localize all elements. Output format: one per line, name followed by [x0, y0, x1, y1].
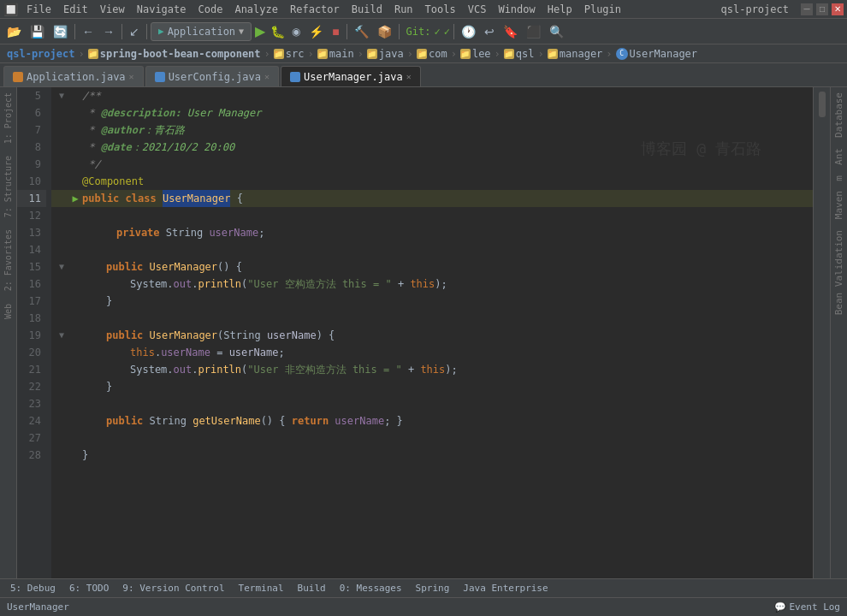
breadcrumb-project[interactable]: qsl-project	[7, 48, 74, 60]
toolbar-cursor-btn[interactable]: ↙	[126, 21, 143, 42]
run-config-selector[interactable]: ▶ Application ▼	[151, 22, 252, 41]
toolbar-back-btn[interactable]: ←	[79, 21, 98, 42]
bottom-tab-build[interactable]: Build	[291, 581, 333, 595]
tab-close-usermanager[interactable]: ✕	[406, 72, 412, 81]
menu-build[interactable]: Build	[346, 2, 388, 17]
menu-plugin[interactable]: Plugin	[579, 2, 626, 17]
code-line-11: ▶ public class UserManager {	[51, 190, 813, 207]
breadcrumb-src[interactable]: src	[286, 48, 305, 60]
code-line-12	[51, 207, 813, 224]
code-line-10: @Component	[51, 173, 813, 190]
breadcrumb-com[interactable]: com	[429, 48, 447, 60]
line-num-15: 15	[17, 258, 46, 275]
run-config-dropdown[interactable]: ▼	[239, 27, 244, 36]
breadcrumb-usermanager[interactable]: UserManager	[630, 48, 697, 60]
menu-help[interactable]: Help	[542, 2, 578, 17]
bottom-tabs: 5: Debug 6: TODO 9: Version Control Term…	[0, 579, 847, 598]
toolbar-forward-btn[interactable]: →	[99, 21, 118, 42]
fold-btn-5[interactable]: ▼	[55, 89, 68, 103]
separator-5	[399, 24, 400, 39]
toolbar-open-btn[interactable]: 📂	[3, 21, 25, 42]
code-line-16: System. out . println ( "User 空构造方法 this…	[51, 275, 813, 293]
toolbar-build1[interactable]: 🔨	[351, 21, 372, 42]
tab-close-userconfig[interactable]: ✕	[264, 72, 270, 81]
sidebar-tab-structure[interactable]: 7: Structure	[2, 151, 15, 222]
right-tab-beanvalidation[interactable]: Bean Validation	[833, 225, 844, 320]
breadcrumb-main[interactable]: main	[329, 48, 354, 60]
code-this-21: this	[420, 361, 445, 378]
code-constructor2-name: UserManager	[150, 327, 217, 344]
sidebar-tab-project[interactable]: 1: Project	[2, 87, 15, 149]
fold-btn-19[interactable]: ▼	[55, 329, 68, 342]
status-event-log[interactable]: 💬 Event Log	[774, 601, 840, 613]
breadcrumb-lee[interactable]: lee	[472, 48, 491, 60]
fold-btn-15[interactable]: ▼	[55, 260, 68, 274]
project-name: qsl-project	[721, 3, 796, 15]
right-tab-database[interactable]: Database	[833, 87, 844, 143]
menu-file[interactable]: File	[21, 2, 56, 17]
right-tab-maven[interactable]: Maven	[833, 186, 844, 224]
code-author-val: ：青石路	[144, 121, 185, 139]
run-button[interactable]: ▶	[253, 23, 267, 39]
sep-9: ›	[606, 48, 612, 60]
menu-window[interactable]: Window	[493, 2, 540, 17]
toolbar-undo[interactable]: ↩	[481, 21, 498, 42]
debug-button[interactable]: 🐛	[269, 25, 287, 38]
menu-refactor[interactable]: Refactor	[285, 2, 345, 17]
right-tab-ant[interactable]: Ant	[833, 143, 844, 170]
bottom-tab-vcs[interactable]: 9: Version Control	[116, 581, 231, 595]
profile-btn[interactable]: ⚡	[305, 21, 327, 42]
code-paren-open-19: (	[217, 327, 223, 344]
coverage-btn[interactable]: ◉	[288, 21, 304, 42]
tab-usermanager[interactable]: UserManager.java ✕	[281, 66, 421, 86]
minimize-button[interactable]: ─	[801, 3, 813, 15]
code-line-9: ▼ */	[51, 156, 813, 173]
toolbar-build2[interactable]: 📦	[374, 21, 395, 42]
code-getusername: getUserName	[192, 412, 260, 429]
tab-label-application: Application.java	[27, 71, 126, 83]
toolbar-save-btn[interactable]: 💾	[27, 21, 48, 42]
breadcrumb-qsl[interactable]: qsl	[516, 48, 535, 60]
code-param-19: userName	[267, 327, 317, 344]
breadcrumb-module[interactable]: spring-boot-bean-component	[100, 48, 261, 60]
bottom-tab-debug[interactable]: 5: Debug	[3, 581, 62, 595]
menu-tools[interactable]: Tools	[420, 2, 461, 17]
bottom-tab-todo[interactable]: 6: TODO	[62, 581, 116, 595]
toolbar-bookmark[interactable]: 🔖	[500, 21, 521, 42]
bottom-tab-spring[interactable]: Spring	[409, 581, 457, 595]
sidebar-tab-web[interactable]: Web	[2, 299, 15, 324]
menu-vcs[interactable]: VCS	[463, 2, 492, 17]
toolbar-history[interactable]: 🕐	[458, 21, 479, 42]
breadcrumb-manager[interactable]: manager	[560, 48, 603, 60]
line-num-22: 22	[17, 378, 46, 395]
line-num-18: 18	[17, 310, 46, 327]
git-label: Git:	[406, 26, 431, 38]
code-annotation: @Component	[82, 173, 144, 190]
toolbar-refresh-btn[interactable]: 🔄	[50, 21, 71, 42]
bottom-tab-messages[interactable]: 0: Messages	[333, 581, 409, 595]
line-num-21: 21	[17, 361, 46, 378]
line-num-16: 16	[17, 275, 46, 293]
menu-navigate[interactable]: Navigate	[132, 2, 192, 17]
tab-userconfig[interactable]: UserConfig.java ✕	[145, 66, 279, 86]
maximize-button[interactable]: □	[816, 3, 828, 15]
menu-view[interactable]: View	[95, 2, 130, 17]
bottom-tab-java-enterprise[interactable]: Java Enterprise	[456, 581, 554, 595]
toolbar-search[interactable]: 🔍	[546, 21, 567, 42]
tab-close-application[interactable]: ✕	[129, 72, 134, 81]
menu-run[interactable]: Run	[389, 2, 418, 17]
toolbar-terminal-icon[interactable]: ⬛	[523, 21, 544, 42]
code-editor[interactable]: 博客园 @ 青石路 ▼ /** * @description: User Man…	[51, 87, 813, 578]
right-tab-m[interactable]: m	[833, 170, 844, 187]
stop-btn[interactable]: ■	[329, 21, 342, 42]
code-println-dot-21: .	[192, 361, 198, 378]
close-button[interactable]: ✕	[832, 3, 844, 15]
menu-code[interactable]: Code	[193, 2, 228, 17]
sidebar-tab-favorites[interactable]: 2: Favorites	[2, 224, 15, 296]
code-this-16: this	[410, 275, 435, 293]
bottom-tab-terminal[interactable]: Terminal	[232, 581, 291, 595]
menu-analyze[interactable]: Analyze	[229, 2, 283, 17]
menu-edit[interactable]: Edit	[58, 2, 93, 17]
breadcrumb-java[interactable]: java	[379, 48, 404, 60]
tab-application[interactable]: Application.java ✕	[3, 66, 144, 86]
